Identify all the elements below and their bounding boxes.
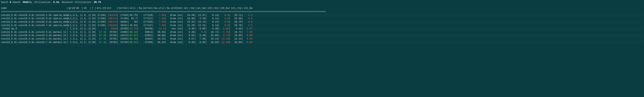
column-separator: | xyxy=(74,34,75,37)
column-separator: | xyxy=(152,41,154,44)
column-separator: | xyxy=(90,6,91,10)
cell-ub: 2, 2 xyxy=(83,30,90,34)
cell-out_bw: 6.05 xyxy=(196,27,205,30)
cell-mb: 1, 1 xyxy=(76,30,82,34)
util-label: , Utilization: xyxy=(32,1,52,4)
cell-in0_req: 19.14 xyxy=(207,37,218,41)
cell-out_bw: 6.28 xyxy=(196,17,205,20)
table-row: conv2d_0.dc.conv2d.3.dc.conv2d.1.dc.spar… xyxy=(1,14,643,17)
column-separator: | xyxy=(152,37,154,41)
column-separator: | xyxy=(74,37,75,41)
cell-bw_util: 7.89 xyxy=(154,20,165,24)
cell-bw_problem: noc in2 xyxy=(166,27,182,30)
cell-t: 28 xyxy=(92,37,95,41)
column-separator: | xyxy=(229,27,230,30)
cell-ub: 2, 2 xyxy=(83,41,90,44)
column-separator: | xyxy=(95,37,96,41)
cell-util: 46 xyxy=(129,20,137,24)
column-separator: | xyxy=(128,17,129,20)
cell-bw_problem: dram in1 xyxy=(166,41,182,44)
cell-in1_req: 18.85 xyxy=(230,41,242,44)
cell-in0_req: 0.14 xyxy=(207,17,218,20)
cell-in0_bw: 4.82 xyxy=(220,27,229,30)
column-separator: | xyxy=(90,37,91,41)
cell-t: 28 xyxy=(92,27,95,30)
cell-t: 28 xyxy=(92,24,95,27)
cell-in1_req: 26.79 xyxy=(230,20,242,24)
column-separator: | xyxy=(95,24,96,27)
cell-mb: 1, 1 xyxy=(76,17,82,20)
column-separator: | xyxy=(116,24,118,27)
column-separator: | xyxy=(165,24,166,27)
cell-name: _fused_op_0 xyxy=(1,27,66,30)
table-row: conv2d_0.dc.conv2d.3.dc.conv2d.1.dc.matm… xyxy=(1,37,643,41)
column-separator: | xyxy=(95,14,96,17)
column-separator: | xyxy=(194,17,196,20)
column-separator: | xyxy=(205,27,206,30)
cell-grid: 7,1 xyxy=(68,41,74,44)
column-separator: | xyxy=(74,17,75,20)
cell-bw_kernel: 53651 xyxy=(138,34,152,37)
column-separator: | xyxy=(165,20,166,24)
cell-mukt: 1/ 4 xyxy=(96,34,105,37)
column-separator: | xyxy=(165,41,166,44)
col-header-mukt: m/u_kt xyxy=(96,6,105,10)
column-separator: | xyxy=(229,6,230,10)
column-separator: | xyxy=(82,37,83,41)
table-body: conv2d_0.dc.conv2d.3.dc.conv2d.1.dc.spar… xyxy=(1,14,643,44)
column-separator: | xyxy=(242,24,243,27)
column-separator: | xyxy=(105,30,106,34)
cell-util: 45.83 xyxy=(129,24,137,27)
column-separator: | xyxy=(95,34,96,37)
cell-out_req: 9.52 xyxy=(183,34,194,37)
column-separator: | xyxy=(152,34,154,37)
column-separator: | xyxy=(229,30,230,34)
cell-in1_req: 5.45 xyxy=(230,27,242,30)
cell-ub: 8, 1 xyxy=(83,24,90,27)
cell-bw_util: 45.43 xyxy=(154,41,165,44)
cell-bw_kernel: 58813 xyxy=(138,30,152,34)
column-separator: | xyxy=(218,30,220,34)
cell-out_req: 9.57 xyxy=(183,37,194,41)
column-separator: | xyxy=(95,30,96,34)
column-separator: | xyxy=(137,30,138,34)
column-separator: | xyxy=(218,17,220,20)
cell-out_bw: 12.97 xyxy=(196,14,205,17)
column-separator: | xyxy=(165,14,166,17)
column-separator: | xyxy=(152,30,154,34)
cell-bw_kernel: 177228 xyxy=(138,14,152,17)
cell-name: conv2d_0.dc.conv2d.3.dc.conv2d.3.dc.matm… xyxy=(1,34,66,37)
table-row: conv2d_0.dc.conv2d.3.dc.conv2d.7.dc.spar… xyxy=(1,24,643,27)
cell-bw_util: 12.1 xyxy=(154,27,165,30)
cell-util: 16.78 xyxy=(129,27,137,30)
cell-in0_bw: 9.79 xyxy=(220,30,229,34)
column-separator: | xyxy=(205,34,206,37)
column-separator: | xyxy=(218,14,220,17)
cell-bw_problem: dram in1 xyxy=(166,14,182,17)
cell-ub: 2, 2 xyxy=(83,34,90,37)
column-separator: | xyxy=(194,27,196,30)
cell-mb: 1, 1 xyxy=(76,14,82,17)
table-row: conv2d_0.dc.conv2d.3.dc.conv2d.3.dc.matm… xyxy=(1,34,643,37)
column-separator: | xyxy=(82,17,83,20)
column-separator: | xyxy=(128,34,129,37)
cell-est: 245103 xyxy=(106,24,116,27)
column-separator: | xyxy=(128,37,129,41)
cell-ub: 8, 1 xyxy=(83,14,90,17)
table-row: conv2d_0.dc.conv2d.3.dc.conv2d.5.dc.spar… xyxy=(1,17,643,20)
cell-t: 28 xyxy=(92,17,95,20)
column-separator: | xyxy=(74,41,75,44)
cell-est: 25702 xyxy=(106,34,116,37)
column-separator: | xyxy=(152,14,154,17)
cell-est: 203233 xyxy=(106,14,116,17)
column-separator: | xyxy=(105,41,106,44)
cell-util: 45.7 xyxy=(129,17,137,20)
cell-out_req: 9.43 xyxy=(183,41,194,44)
column-separator: | xyxy=(74,14,75,17)
column-separator: | xyxy=(116,37,118,41)
cell-mukt: 1/ 4 xyxy=(96,41,105,44)
column-separator: | xyxy=(182,41,183,44)
column-separator: | xyxy=(66,17,68,20)
column-separator: | xyxy=(182,6,183,10)
table-row: _fused_op_0 | 7,1 | 1, 1 | 2, 2 | 28 | |… xyxy=(1,27,643,30)
